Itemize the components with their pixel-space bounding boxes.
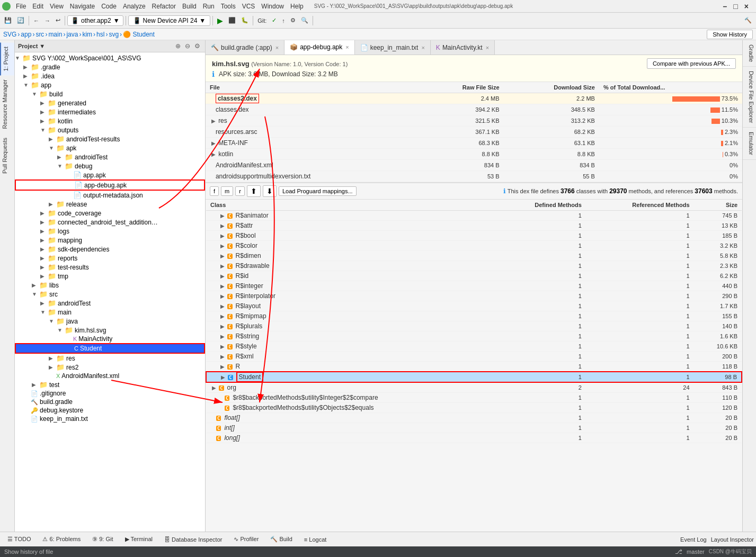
profiler-tab[interactable]: ∿ Profiler [228, 534, 264, 544]
menu-help[interactable]: Help [287, 2, 307, 11]
apk-file-row[interactable]: AndroidManifest.xml 834 B 834 B 0% [206, 160, 742, 171]
window-minimize[interactable]: – [721, 1, 730, 12]
tree-item-androidtest-apk[interactable]: ▶ 📁 androidTest [15, 152, 205, 161]
menu-file[interactable]: File [13, 2, 29, 11]
show-history-button[interactable]: Show History [707, 30, 753, 39]
project-panel-tab[interactable]: 1: Project [0, 42, 14, 75]
tree-item-kim-hsl-svg[interactable]: ▼ 📁 kim.hsl.svg [15, 326, 205, 335]
tree-item-build[interactable]: ▼ 📁 build [15, 89, 205, 98]
terminal-tab[interactable]: ▶ Terminal [120, 534, 158, 544]
tree-item-app-apk[interactable]: 📄 app.apk [15, 170, 205, 179]
tab-mainactivity[interactable]: K MainActivity.kt × [431, 40, 495, 55]
toolbar-git-push[interactable]: ↑ [280, 16, 287, 25]
class-row[interactable]: ▶ C R$mipmap 1 1 155 B [206, 311, 742, 321]
tree-item-logs[interactable]: ▶ 📁 logs [15, 227, 205, 236]
tree-item-res2[interactable]: ▶ 📁 res2 [15, 363, 205, 372]
toolbar-search[interactable]: 🔍 [299, 16, 310, 25]
tree-item-outputs[interactable]: ▼ 📁 outputs [15, 125, 205, 134]
emulator-tab[interactable]: Emulator [743, 128, 756, 160]
section-btn-1[interactable]: f [210, 186, 219, 196]
apk-file-row[interactable]: ▶ kotlin 8.8 KB 8.8 KB 0.3% [206, 149, 742, 160]
menu-view[interactable]: View [47, 2, 67, 11]
tree-item-sdk-dep[interactable]: ▶ 📁 sdk-dependencies [15, 245, 205, 254]
breadcrumb-svg[interactable]: SVG [3, 31, 16, 38]
breadcrumb-hsl[interactable]: hsl [96, 31, 104, 38]
class-row[interactable]: ▶ C R$animator 1 1 745 B [206, 211, 742, 221]
class-row[interactable]: ▶ C R$integer 1 1 440 B [206, 281, 742, 291]
panel-tool-2[interactable]: ⊖ [183, 42, 192, 50]
toolbar-make[interactable]: 🔨 [742, 16, 754, 25]
class-row[interactable]: ▶ C R$layout 1 1 1.7 KB [206, 301, 742, 311]
tree-item-intermediates[interactable]: ▶ 📁 intermediates [15, 107, 205, 116]
breadcrumb-main[interactable]: main [48, 31, 62, 38]
toolbar-debug[interactable]: 🐛 [239, 16, 251, 25]
tree-item-debug-keystore[interactable]: 🔑 debug.keystore [15, 406, 205, 415]
apk-file-row[interactable]: classes2.dex 2.4 MB 2.2 MB 73.5% [206, 93, 742, 104]
class-row[interactable]: ▶ C R$style 1 1 10.6 KB [206, 342, 742, 352]
toolbar-settings[interactable]: ⚙ [288, 16, 298, 25]
tree-item-mapping[interactable]: ▶ 📁 mapping [15, 236, 205, 245]
toolbar-forward[interactable]: → [42, 16, 52, 25]
tree-item-app[interactable]: ▼ 📁 app [15, 80, 205, 89]
menu-run[interactable]: Run [200, 2, 218, 11]
tree-item-androidtest-src[interactable]: ▶ 📁 androidTest [15, 299, 205, 308]
class-row[interactable]: ▶ C R$attr 1 1 13 KB [206, 221, 742, 231]
breadcrumb-svg2[interactable]: svg [109, 31, 119, 38]
tree-item-generated[interactable]: ▶ 📁 generated [15, 98, 205, 107]
tree-item-gradle[interactable]: ▶ 📁 .gradle [15, 62, 205, 71]
tree-item-res[interactable]: ▶ 📁 res [15, 354, 205, 363]
class-row[interactable]: C float[] 1 1 20 B [206, 413, 742, 423]
class-row[interactable]: C $r8$backportedMethods$utility$Integer$… [206, 393, 742, 403]
section-btn-5[interactable]: ⬇ [263, 185, 277, 197]
toolbar-sync[interactable]: 🔄 [15, 16, 26, 25]
menu-vcs[interactable]: VCS [239, 2, 259, 11]
compare-button[interactable]: Compare with previous APK... [647, 58, 736, 69]
toolbar-run[interactable]: ▶ [215, 15, 225, 26]
tree-item-main[interactable]: ▼ 📁 main [15, 308, 205, 317]
toolbar-stop[interactable]: ⬛ [226, 16, 238, 25]
tree-item-apk[interactable]: ▼ 📁 apk [15, 143, 205, 152]
section-btn-2[interactable]: m [221, 186, 233, 196]
apk-file-row[interactable]: resources.arsc 367.1 KB 68.2 KB 2.3% [206, 127, 742, 138]
breadcrumb-student[interactable]: 🟠 Student [123, 31, 155, 38]
tree-item-code-coverage[interactable]: ▶ 📁 code_coverage [15, 209, 205, 218]
todo-tab[interactable]: ☰ TODO [2, 534, 36, 544]
database-inspector-tab[interactable]: 🗄 Database Inspector [159, 535, 227, 544]
menu-navigate[interactable]: Navigate [67, 2, 98, 11]
tree-item-gitignore[interactable]: 📄 .gitignore [15, 389, 205, 398]
apk-file-row[interactable]: classes.dex 394.2 KB 348.5 KB 11.5% [206, 104, 742, 115]
class-row[interactable]: ▶ C R$interpolator 1 1 290 B [206, 291, 742, 301]
class-row[interactable]: C $r8$backportedMethods$utility$Objects$… [206, 403, 742, 413]
class-row[interactable]: ▶ C Student 1 1 98 B [206, 372, 742, 382]
window-close[interactable]: × [742, 1, 751, 12]
tab-keep-in-main[interactable]: 📄 keep_in_main.txt × [355, 40, 431, 55]
class-row[interactable]: ▶ C R$drawable 1 1 2.3 KB [206, 261, 742, 271]
toolbar-back[interactable]: ← [31, 16, 41, 25]
class-row[interactable]: C long[] 1 1 20 B [206, 433, 742, 443]
menu-analyze[interactable]: Analyze [120, 2, 149, 11]
git-tab[interactable]: ⑨ 9: Git [87, 534, 118, 544]
tree-item-androidmanifest[interactable]: X AndroidManifest.xml [15, 372, 205, 380]
tree-item-keep-in-main[interactable]: 📄 keep_in_main.txt [15, 415, 205, 423]
apk-file-row[interactable]: ▶ META-INF 68.3 KB 63.1 KB 2.1% [206, 138, 742, 149]
pull-requests-tab[interactable]: Pull Requests [0, 133, 14, 178]
resource-manager-tab[interactable]: Resource Manager [0, 75, 14, 133]
section-btn-3[interactable]: r [235, 186, 245, 196]
logcat-tab[interactable]: ≡ Logcat [299, 535, 332, 544]
breadcrumb-app[interactable]: app [21, 31, 31, 38]
tree-item-release[interactable]: ▶ 📁 release [15, 200, 205, 209]
class-row[interactable]: ▶ C R$dimen 1 1 5.8 KB [206, 251, 742, 261]
class-row[interactable]: ▶ C R$color 1 1 3.2 KB [206, 241, 742, 251]
menu-window[interactable]: Window [258, 2, 287, 11]
tree-item-test-results[interactable]: ▶ 📁 test-results [15, 263, 205, 272]
tree-item-libs[interactable]: ▶ 📁 libs [15, 281, 205, 290]
tree-item-connected[interactable]: ▶ 📁 connected_android_test_additional_ou… [15, 218, 205, 227]
menu-code[interactable]: Code [98, 2, 120, 11]
class-row[interactable]: C int[] 1 1 20 B [206, 423, 742, 433]
menu-build[interactable]: Build [179, 2, 200, 11]
class-row[interactable]: ▶ C R 1 1 118 B [206, 362, 742, 372]
tab-ma-close[interactable]: × [486, 44, 489, 51]
tree-item-test[interactable]: ▶ 📁 test [15, 380, 205, 389]
new-device-button[interactable]: 📱 New Device API 24 ▼ [128, 15, 211, 26]
window-maximize[interactable]: □ [731, 1, 740, 12]
